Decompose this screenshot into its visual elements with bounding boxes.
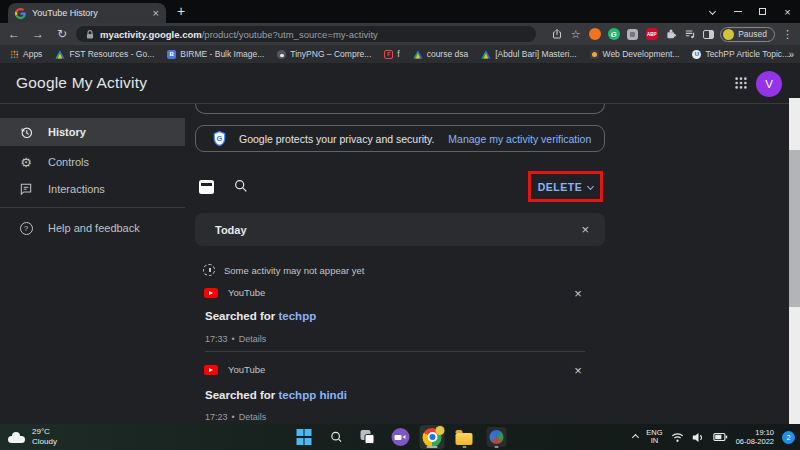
share-icon[interactable] (549, 27, 564, 42)
bookmark-item[interactable]: TinyPNG – Compre... (277, 49, 371, 59)
cloud-icon (8, 436, 25, 443)
task-view-button[interactable] (356, 425, 381, 449)
extension-orange-icon[interactable] (587, 27, 602, 42)
delete-button-label: DELETE (538, 181, 582, 193)
bookmark-item[interactable]: [Abdul Bari] Masteri... (481, 49, 576, 59)
adblock-plus-icon[interactable]: ABP (644, 27, 659, 42)
chrome-taskbar-button[interactable] (420, 425, 445, 449)
delete-button[interactable]: DELETE (538, 181, 593, 193)
tab-title: YouTube History (32, 8, 147, 18)
window-minimize-button[interactable] (725, 0, 750, 23)
tray-time: 19:10 (736, 428, 774, 437)
side-panel-icon[interactable] (701, 27, 716, 42)
new-tab-button[interactable]: + (177, 3, 185, 20)
taskbar-search-button[interactable] (324, 425, 349, 449)
privacy-banner-text: Google protects your privacy and securit… (239, 133, 434, 145)
annotation-highlight-box: DELETE (528, 171, 603, 202)
chrome-notification-dot (436, 426, 445, 435)
bookmarks-bar: Apps FST Resources - Go... B BIRME - Bul… (0, 45, 800, 63)
pending-history-icon (203, 264, 215, 276)
entry-details-link[interactable]: Details (239, 412, 267, 422)
tab-close-icon[interactable]: × (153, 8, 159, 19)
scrollbar-thumb[interactable] (789, 150, 800, 307)
volume-icon[interactable] (692, 432, 705, 443)
profile-avatar-yellow (723, 29, 734, 40)
start-button[interactable] (292, 425, 317, 449)
window-close-button[interactable]: × (775, 0, 800, 23)
browser-tab[interactable]: YouTube History × (8, 3, 166, 23)
screen: YouTube History × + × ← → ↻ myactivity.g… (0, 0, 800, 450)
account-avatar[interactable]: V (756, 71, 782, 97)
bookmark-item[interactable]: course dsa (413, 49, 469, 59)
tinypng-panda-icon (277, 50, 286, 59)
media-controls-icon[interactable] (682, 27, 697, 42)
extensions-puzzle-icon[interactable] (663, 27, 678, 42)
video-app-button[interactable] (388, 425, 413, 449)
bookmark-item[interactable]: B BIRME - Bulk Image... (167, 49, 264, 59)
entry-query-link[interactable]: techpp hindi (279, 389, 347, 401)
bookmark-label: course dsa (427, 49, 469, 59)
page-title: Google My Activity (16, 74, 147, 92)
manage-verification-link[interactable]: Manage my activity verification (448, 133, 591, 145)
date-group-card: Today × (195, 213, 605, 246)
entry-action-text: Searched for (205, 389, 279, 401)
file-explorer-button[interactable] (452, 425, 477, 449)
sidebar-item-history[interactable]: History (0, 118, 185, 146)
taskbar-search-icon (329, 430, 343, 444)
sidebar-item-help[interactable]: ? Help and feedback (0, 216, 185, 240)
sidebar-item-interactions[interactable]: Interactions (0, 177, 185, 201)
bookmark-label: f (397, 49, 399, 59)
bookmarks-overflow-icon[interactable]: » (788, 49, 794, 60)
battery-icon[interactable] (713, 432, 728, 442)
entry-close-icon[interactable]: × (570, 287, 586, 300)
chrome-icon (423, 428, 442, 447)
extension-gray-icon[interactable] (625, 27, 640, 42)
calendar-filter-icon[interactable] (199, 180, 214, 194)
entry-query-link[interactable]: techpp (279, 310, 317, 322)
drive-icon (55, 50, 65, 59)
tray-chevron-up-icon[interactable] (632, 433, 639, 440)
wifi-icon[interactable] (671, 432, 684, 443)
bookmark-item[interactable]: Web Development... (590, 49, 680, 59)
entry-app-row: YouTube (204, 287, 265, 298)
globe-app-button[interactable] (484, 425, 509, 449)
grammarly-icon[interactable]: G (606, 27, 621, 42)
url-domain: myactivity.google.com (100, 29, 202, 40)
language-indicator[interactable]: ENG IN (646, 429, 662, 445)
bookmark-apps[interactable]: Apps (10, 49, 42, 59)
google-apps-grid-icon[interactable] (734, 76, 748, 94)
sync-paused-badge[interactable]: Paused (720, 27, 775, 42)
reload-button[interactable]: ↻ (50, 23, 74, 45)
lock-icon (86, 30, 94, 39)
entry-close-icon[interactable]: × (570, 364, 586, 377)
entry-time: 17:33 (205, 334, 228, 344)
clock-widget[interactable]: 19:10 06-08-2022 (736, 428, 774, 446)
entry-app-label: YouTube (228, 364, 265, 375)
window-maximize-button[interactable] (750, 0, 775, 23)
web-dev-doc-icon (590, 50, 599, 59)
activity-notice: Some activity may not appear yet (203, 264, 364, 276)
address-bar[interactable]: myactivity.google.com/product/youtube?ut… (76, 26, 536, 42)
privacy-banner: G Google protects your privacy and secur… (195, 125, 605, 152)
sidebar-item-controls[interactable]: ⚙ Controls (0, 150, 185, 174)
bookmark-item[interactable]: FST Resources - Go... (55, 49, 154, 59)
bookmark-item[interactable]: U TechPP Article Topic... (692, 49, 789, 59)
back-button[interactable]: ← (2, 23, 26, 45)
bookmark-item[interactable]: F f (384, 49, 399, 59)
weather-temp: 29°C (32, 427, 57, 437)
windows-logo-icon (296, 429, 312, 445)
date-group-close-icon[interactable]: × (581, 223, 589, 236)
browser-menu-icon[interactable]: ⋮ (779, 28, 796, 41)
entry-meta: 17:33 • Details (205, 334, 266, 344)
entry-details-link[interactable]: Details (239, 334, 267, 344)
window-chevron-icon[interactable] (700, 0, 725, 23)
page-scrollbar[interactable] (789, 98, 800, 424)
bookmark-star-icon[interactable]: ☆ (568, 27, 583, 42)
forward-button[interactable]: → (26, 23, 50, 45)
weather-text: 29°C Cloudy (32, 427, 57, 446)
notification-count-badge[interactable]: 2 (782, 431, 795, 444)
weather-widget[interactable]: 29°C Cloudy (8, 427, 57, 446)
search-activity-icon[interactable] (233, 178, 249, 198)
help-icon: ? (18, 222, 34, 235)
entry-time: 17:23 (205, 412, 228, 422)
